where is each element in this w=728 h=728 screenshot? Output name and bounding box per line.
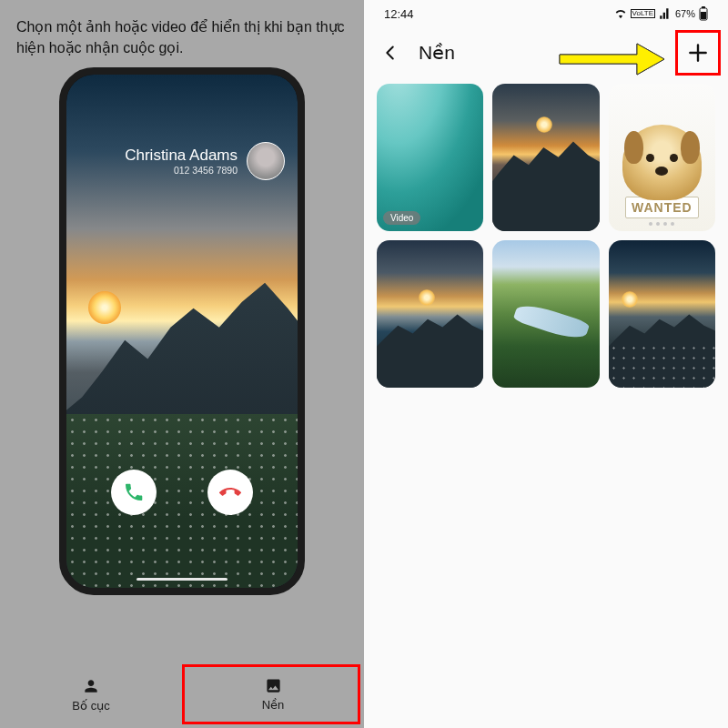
svg-rect-1: [702, 6, 705, 8]
wifi-icon: [614, 7, 627, 20]
bottom-tabs: Bố cục Nền: [0, 661, 364, 728]
bg-thumb-mountain-lake[interactable]: [377, 240, 483, 388]
phone-preview-wrap: Christina Adams 012 3456 7890: [0, 67, 364, 661]
tab-layout[interactable]: Bố cục: [0, 661, 182, 728]
status-bar: 12:44 VoLTE 67%: [364, 0, 728, 27]
thumb-sun: [536, 116, 552, 133]
accept-call-button[interactable]: [111, 470, 157, 515]
caller-panel: Christina Adams 012 3456 7890: [66, 142, 298, 180]
background-grid: Video WANTED: [364, 78, 728, 728]
caller-avatar: [247, 142, 285, 180]
bg-thumb-gradient-teal[interactable]: Video: [377, 84, 483, 231]
person-icon: [82, 677, 100, 695]
tab-layout-label: Bố cục: [72, 699, 109, 713]
phone-decline-icon: [219, 481, 241, 503]
tab-background-label: Nền: [262, 698, 285, 712]
thumb-sun: [419, 289, 435, 306]
decline-call-button[interactable]: [207, 470, 253, 515]
phone-accept-icon: [123, 481, 145, 503]
page-title: Nền: [419, 42, 455, 64]
signal-icon: [659, 7, 672, 20]
instruction-text: Chọn một ảnh hoặc video để hiển thị khi …: [0, 0, 364, 67]
thumb-river: [512, 299, 590, 342]
image-icon: [265, 677, 282, 694]
title-bar: Nền: [364, 27, 728, 78]
plus-icon: [686, 41, 710, 65]
video-badge: Video: [383, 211, 420, 225]
phone-screen: Christina Adams 012 3456 7890: [66, 75, 298, 588]
chevron-left-icon: [380, 43, 400, 63]
thumb-rocks: [492, 134, 599, 231]
bg-thumb-valley-river[interactable]: [492, 240, 599, 388]
home-indicator[interactable]: [136, 578, 228, 581]
bg-thumb-sunset-flowers[interactable]: [609, 240, 715, 388]
battery-text: 67%: [675, 8, 695, 19]
bg-thumb-dog-wanted[interactable]: WANTED: [609, 84, 715, 231]
screen-background-gallery: 12:44 VoLTE 67% Nền Video: [364, 0, 728, 728]
status-icons: VoLTE 67%: [614, 6, 708, 21]
thumb-mountain: [377, 308, 483, 387]
thumb-flowers: [609, 343, 715, 388]
pager-dots: [649, 222, 674, 226]
dog-illustration: [622, 125, 701, 199]
lte-icon: VoLTE: [631, 9, 655, 18]
caller-number: 012 3456 7890: [125, 165, 238, 176]
caller-name: Christina Adams: [125, 147, 238, 165]
back-button[interactable]: [375, 37, 406, 68]
add-background-button[interactable]: [679, 34, 717, 72]
call-buttons: [66, 470, 298, 515]
bg-thumb-sunset-rocks[interactable]: [492, 84, 599, 231]
thumb-sun: [622, 291, 638, 308]
phone-preview: Christina Adams 012 3456 7890: [59, 67, 305, 595]
battery-icon: [699, 6, 708, 21]
status-time: 12:44: [384, 7, 414, 21]
svg-rect-2: [701, 12, 706, 19]
tab-background[interactable]: Nền: [182, 661, 364, 728]
screen-call-background-picker: Chọn một ảnh hoặc video để hiển thị khi …: [0, 0, 364, 728]
